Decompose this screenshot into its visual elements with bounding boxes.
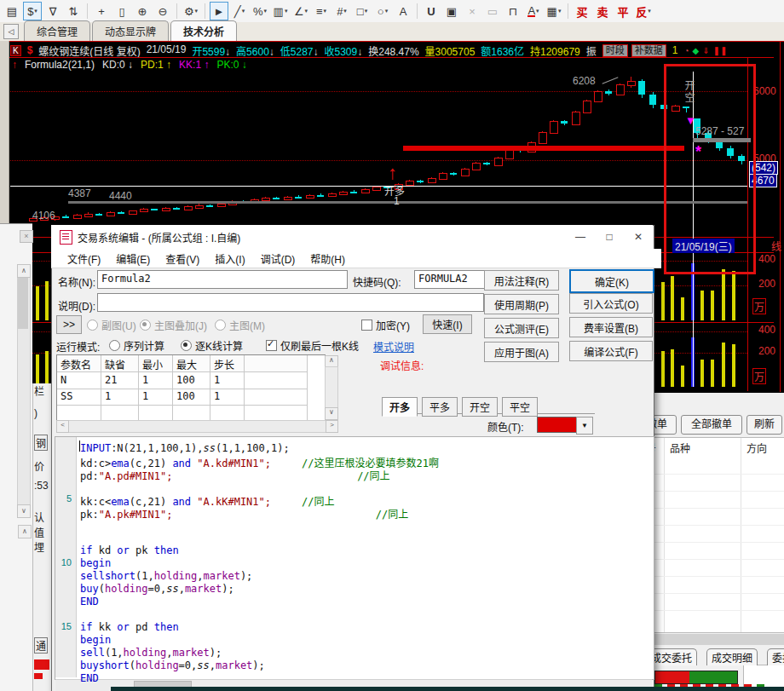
rectangle-icon[interactable]: □▾: [353, 2, 372, 20]
zoom-out-icon[interactable]: ⊖: [153, 2, 172, 20]
code-line[interactable]: begin: [80, 634, 111, 646]
param-cell[interactable]: [245, 389, 308, 406]
tab-trade-detail[interactable]: 成交明细: [706, 648, 758, 665]
angle-icon[interactable]: ∠▾: [291, 2, 310, 20]
param-cell[interactable]: 1: [101, 389, 139, 406]
dropdown-caret-icon[interactable]: ▾: [264, 8, 268, 14]
overlay-price-icon[interactable]: $: [27, 44, 33, 56]
params-table[interactable]: 参数名缺省最小最大步长N2111001SS111001: [56, 354, 326, 421]
tab-0[interactable]: 综合管理: [24, 20, 90, 41]
code-line[interactable]: END: [80, 672, 99, 684]
trash-icon[interactable]: ▭: [483, 2, 502, 20]
font-color-icon[interactable]: A▾: [524, 2, 543, 20]
clock-icon[interactable]: ◔: [683, 46, 689, 55]
pause-icon[interactable]: ❚❚: [713, 46, 728, 55]
radio-overlay[interactable]: 主图叠加(J): [140, 318, 207, 332]
dialog-button-col1-3[interactable]: 应用于图(A): [484, 342, 559, 362]
dropdown-caret-icon[interactable]: ▾: [195, 8, 199, 14]
sort-icon[interactable]: ⇅: [64, 2, 83, 20]
time-range-button[interactable]: 时段: [602, 44, 628, 57]
color-swatch[interactable]: [537, 417, 578, 433]
circle-icon[interactable]: ○▾: [373, 2, 392, 20]
debug-tab-2[interactable]: 开空: [462, 397, 498, 417]
dropdown-caret-icon[interactable]: ▾: [536, 8, 539, 14]
dropdown-caret-icon[interactable]: ▾: [385, 8, 389, 14]
debug-tab-3[interactable]: 平空: [502, 397, 538, 417]
save-icon[interactable]: ▦▾: [545, 2, 563, 20]
minimize-button[interactable]: —: [566, 227, 595, 246]
dropdown-caret-icon[interactable]: ▾: [648, 8, 651, 14]
code-line[interactable]: if kk or pd then: [80, 621, 179, 633]
params-scroll-right[interactable]: >: [326, 420, 338, 433]
zoom-in-icon[interactable]: ⊕: [133, 2, 152, 20]
dropdown-caret-icon[interactable]: ▾: [285, 8, 288, 14]
dropdown-caret-icon[interactable]: ▾: [305, 8, 308, 14]
scrollbar-thumb[interactable]: [18, 278, 28, 329]
debug-tab-0[interactable]: 开多: [382, 397, 418, 417]
param-cell[interactable]: N: [57, 372, 101, 389]
code-line[interactable]: begin: [80, 557, 111, 569]
param-cell[interactable]: 100: [173, 372, 210, 389]
quick-button[interactable]: 快速(I): [423, 314, 472, 334]
settings-icon[interactable]: ⚙▾: [182, 2, 200, 20]
param-cell[interactable]: 1: [210, 372, 245, 389]
parallel-lines-icon[interactable]: ≡▾: [312, 2, 331, 20]
radio-sequence-calc[interactable]: 序列计算: [109, 338, 164, 353]
code-line[interactable]: if kd or pk then: [80, 544, 179, 556]
code-line[interactable]: pk:"A.pk#MIN1"; //同上: [80, 506, 408, 521]
params-hscrollbar[interactable]: [67, 420, 327, 433]
delete-icon[interactable]: ×: [463, 2, 481, 20]
debug-tab-1[interactable]: 平多: [422, 397, 458, 417]
code-line[interactable]: pd:"A.pd#MIN1"; //同上: [80, 468, 390, 482]
percent-icon[interactable]: %▾: [251, 2, 269, 20]
param-cell[interactable]: [57, 405, 101, 422]
cursor-icon[interactable]: ►: [210, 2, 228, 20]
refill-data-button[interactable]: 补数据: [631, 44, 666, 57]
download-icon[interactable]: ⇓: [702, 46, 709, 55]
dialog-button-col2-2[interactable]: 费率设置(B): [569, 317, 653, 337]
radio-mainchart[interactable]: 主图(M): [215, 318, 265, 332]
code-line[interactable]: buyshort(holding=0,ss,market);: [80, 659, 265, 671]
dropdown-caret-icon[interactable]: ▾: [343, 8, 347, 14]
buy-button[interactable]: 买: [573, 2, 591, 20]
code-line[interactable]: END: [80, 596, 99, 608]
param-cell[interactable]: 21: [101, 372, 139, 389]
name-input[interactable]: Formula2: [97, 270, 348, 289]
param-cell[interactable]: 1: [139, 372, 173, 389]
scroll-down-button[interactable]: ∨: [17, 504, 31, 518]
tab-2[interactable]: 技术分析: [170, 20, 237, 41]
close-icon[interactable]: ×: [20, 230, 33, 243]
tab-1[interactable]: 动态显示牌: [92, 20, 169, 41]
param-cell[interactable]: [245, 372, 308, 389]
cancel-all-button[interactable]: 全部撤单: [681, 415, 742, 435]
diamond-icon[interactable]: ◆: [692, 46, 699, 55]
param-cell[interactable]: [139, 405, 173, 422]
menu-item-4[interactable]: 调试(D): [253, 250, 303, 268]
menu-item-0[interactable]: 文件(F): [60, 250, 108, 268]
mode-help-link[interactable]: 模式说明: [373, 339, 414, 354]
color-dropdown-button[interactable]: ▼: [576, 417, 593, 435]
radio-per-bar-calc[interactable]: 逐K线计算: [181, 338, 243, 353]
lock-icon[interactable]: ⊓: [504, 2, 522, 20]
encrypt-checkbox[interactable]: 加密(Y): [361, 318, 410, 332]
trendline-icon[interactable]: ╱▾: [230, 2, 249, 20]
grid-icon[interactable]: #▾: [332, 2, 351, 20]
indicator-name[interactable]: Formula2(21,1): [25, 59, 95, 71]
scroll-up-button[interactable]: ∧: [17, 264, 31, 278]
dropdown-caret-icon[interactable]: ▾: [324, 8, 327, 14]
param-cell[interactable]: [173, 405, 210, 422]
back-arrow-button[interactable]: ◁: [3, 24, 19, 39]
menu-item-3[interactable]: 插入(I): [207, 250, 252, 268]
code-line[interactable]: sellshort(1,holding,market);: [80, 570, 252, 582]
expand-button[interactable]: >>: [56, 315, 82, 334]
dialog-button-col1-0[interactable]: 用法注释(R): [484, 270, 559, 291]
dropdown-caret-icon[interactable]: ▾: [558, 8, 562, 14]
dialog-button-col2-1[interactable]: 引入公式(O): [569, 293, 653, 314]
reverse-button[interactable]: 反▾: [634, 2, 653, 20]
code-line[interactable]: sell(1,holding,market);: [80, 647, 222, 659]
param-cell[interactable]: [245, 405, 308, 422]
param-cell[interactable]: 1: [139, 389, 173, 406]
maximize-button[interactable]: □: [595, 227, 624, 246]
param-cell[interactable]: SS: [57, 389, 101, 406]
flat-button[interactable]: 平: [614, 2, 632, 20]
